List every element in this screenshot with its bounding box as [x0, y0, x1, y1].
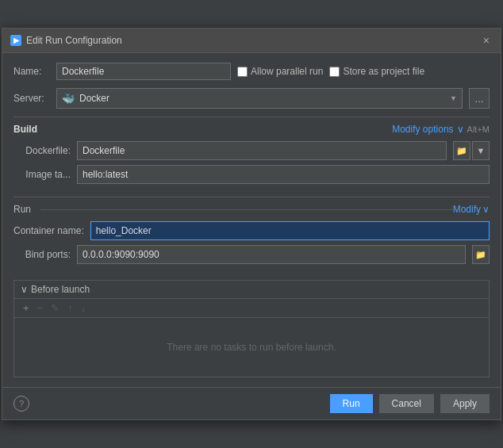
name-input[interactable]: [56, 63, 231, 80]
before-launch-remove-btn[interactable]: −: [35, 302, 46, 314]
title-bar: ▶ Edit Run Configuration ×: [2, 29, 501, 53]
run-config-icon: ▶: [10, 35, 21, 46]
bind-ports-label: Bind ports:: [13, 249, 71, 260]
help-button[interactable]: ?: [13, 396, 29, 412]
run-section-header: Run Modify ∨: [13, 204, 490, 215]
container-name-input[interactable]: [90, 221, 490, 240]
name-label: Name:: [13, 66, 50, 77]
name-row: Name: Allow parallel run Store as projec…: [13, 63, 490, 80]
store-project-label: Store as project file: [343, 66, 424, 77]
dialog-content: Name: Allow parallel run Store as projec…: [2, 53, 501, 387]
server-more-button[interactable]: ...: [469, 88, 490, 109]
bind-ports-folder-btn[interactable]: 📁: [472, 245, 490, 264]
modify-run-label: Modify: [453, 204, 481, 215]
server-value: Docker: [79, 93, 109, 104]
title-bar-left: ▶ Edit Run Configuration: [10, 35, 122, 46]
build-section: Build Modify options ∨ Alt+M Dockerfile:…: [13, 117, 490, 189]
server-row: Server: 🐳 Docker ▼ ...: [13, 88, 490, 109]
before-launch-label: Before launch: [31, 284, 90, 295]
build-section-header: Build Modify options ∨ Alt+M: [13, 124, 490, 135]
dockerfile-dropdown-btn[interactable]: ▼: [472, 141, 490, 160]
before-launch-section: ∨ Before launch + − ✎ ↑ ↓ There are no t…: [13, 280, 490, 377]
cancel-button[interactable]: Cancel: [379, 394, 434, 413]
bind-ports-btn-group: 📁: [472, 245, 490, 264]
dockerfile-folder-btn[interactable]: 📁: [453, 141, 470, 160]
dockerfile-input[interactable]: [77, 141, 447, 160]
modify-run-arrow: ∨: [482, 204, 490, 215]
store-project-checkbox-label[interactable]: Store as project file: [329, 66, 424, 77]
before-launch-empty-text: There are no tasks to run before launch.: [14, 318, 489, 377]
footer-left: ?: [13, 396, 29, 412]
footer: ? Run Cancel Apply: [2, 387, 501, 419]
before-launch-edit-btn[interactable]: ✎: [48, 302, 62, 314]
bind-ports-row: Bind ports: 📁: [13, 245, 490, 264]
run-button[interactable]: Run: [330, 394, 373, 413]
modify-options-label: Modify options: [392, 124, 453, 135]
before-launch-header[interactable]: ∨ Before launch: [14, 281, 489, 299]
dialog-title: Edit Run Configuration: [26, 35, 122, 46]
server-label: Server:: [13, 93, 50, 104]
server-dropdown[interactable]: 🐳 Docker ▼: [56, 88, 463, 109]
server-dropdown-arrow: ▼: [450, 94, 457, 102]
dockerfile-btn-group: 📁 ▼: [453, 141, 490, 160]
docker-icon: 🐳: [62, 93, 75, 105]
edit-run-configuration-dialog: ▶ Edit Run Configuration × Name: Allow p…: [2, 28, 501, 420]
close-button[interactable]: ×: [480, 33, 493, 48]
run-label: Run: [13, 204, 36, 215]
modify-options-arrow: ∨: [457, 124, 464, 135]
allow-parallel-checkbox-label[interactable]: Allow parallel run: [237, 66, 323, 77]
build-title: Build: [13, 124, 37, 135]
container-name-row: Container name:: [13, 221, 490, 240]
allow-parallel-checkbox[interactable]: [237, 67, 248, 77]
run-section: Run Modify ∨ Container name: Bind ports:…: [13, 197, 490, 269]
apply-button[interactable]: Apply: [440, 394, 490, 413]
bind-ports-input[interactable]: [77, 245, 466, 264]
container-name-label: Container name:: [13, 225, 84, 236]
store-project-checkbox[interactable]: [329, 67, 340, 77]
before-launch-add-btn[interactable]: +: [21, 302, 32, 314]
before-launch-up-btn[interactable]: ↑: [65, 302, 75, 314]
modify-options-button[interactable]: Modify options ∨ Alt+M: [392, 124, 490, 135]
allow-parallel-label: Allow parallel run: [251, 66, 323, 77]
dockerfile-label: Dockerfile:: [13, 145, 71, 156]
before-launch-down-btn[interactable]: ↓: [79, 302, 89, 314]
image-tag-row: Image ta...: [13, 165, 490, 184]
dockerfile-row: Dockerfile: 📁 ▼: [13, 141, 490, 160]
run-divider: [40, 209, 453, 210]
before-launch-toolbar: + − ✎ ↑ ↓: [14, 299, 489, 318]
modify-options-shortcut: Alt+M: [467, 124, 490, 134]
footer-right: Run Cancel Apply: [330, 394, 490, 413]
image-tag-label: Image ta...: [13, 169, 71, 180]
modify-run-button[interactable]: Modify ∨: [453, 204, 490, 215]
image-tag-input[interactable]: [77, 165, 490, 184]
before-launch-collapse-arrow: ∨: [21, 284, 28, 295]
